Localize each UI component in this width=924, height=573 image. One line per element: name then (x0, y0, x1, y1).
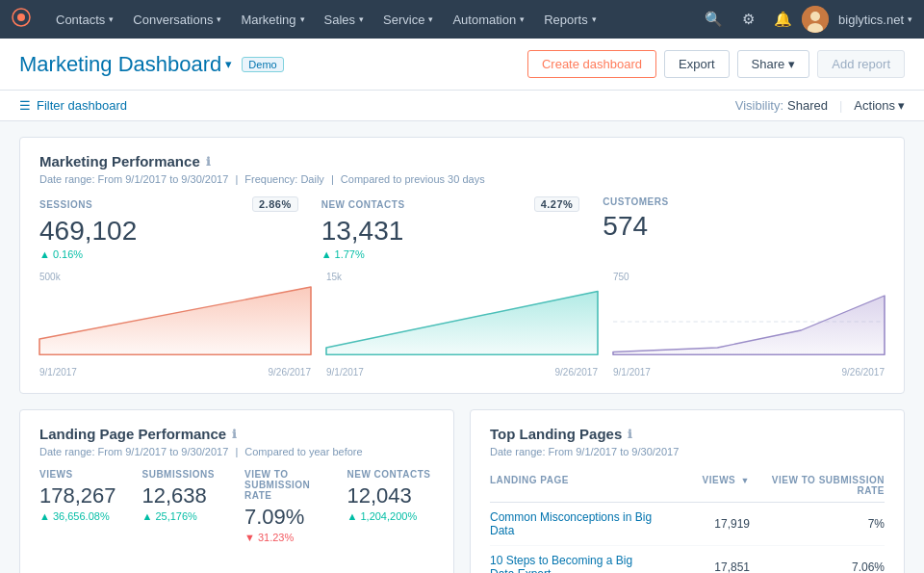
landing-page-card: Landing Page Performance ℹ Date range: F… (19, 409, 454, 573)
sort-icon: ▼ (741, 476, 750, 485)
customers-metric: CUSTOMERS 574 (603, 196, 885, 260)
info-icon-lp[interactable]: ℹ (232, 428, 237, 441)
svg-marker-2 (39, 287, 311, 354)
lp-new-contacts-change: ▲ 1,204,200% (347, 510, 435, 522)
lp-submissions-metric: SUBMISSIONS 12,638 ▲ 25,176% (142, 469, 230, 543)
sessions-metric: SESSIONS 2.86% 469,102 ▲ 0.16% (39, 196, 321, 260)
sessions-value: 469,102 (39, 216, 298, 247)
account-chevron-icon: ▾ (908, 14, 912, 24)
page-header: Marketing Dashboard ▾ Demo Create dashbo… (0, 39, 924, 91)
nav-contacts[interactable]: Contacts ▾ (46, 0, 123, 39)
create-dashboard-button[interactable]: Create dashboard (527, 50, 656, 78)
sessions-change: ▲ 0.16% (39, 248, 298, 260)
customers-value: 574 (603, 211, 861, 242)
lp-views-metric: VIEWS 178,267 ▲ 36,656.08% (39, 469, 127, 543)
visibility-value: Shared (787, 98, 828, 113)
chevron-down-icon: ▾ (898, 98, 905, 113)
contacts-badge: 4.27% (534, 196, 580, 212)
chart-end-sessions: 9/26/2017 (269, 367, 312, 378)
rate-1: 7% (750, 517, 885, 531)
title-dropdown-icon[interactable]: ▾ (225, 57, 232, 71)
charts-row: 500k 9/1/2017 9/26/2017 15k (39, 272, 885, 378)
chevron-down-icon: ▾ (788, 57, 795, 71)
sessions-y-label: 500k (39, 272, 61, 282)
filter-dashboard-link[interactable]: Filter dashboard (37, 98, 127, 113)
export-button[interactable]: Export (664, 50, 730, 78)
new-contacts-value: 13,431 (321, 216, 580, 247)
views-1: 17,919 (654, 517, 750, 531)
top-landing-pages-card: Top Landing Pages ℹ Date range: From 9/1… (470, 409, 905, 573)
date-range-tlp: Date range: From 9/1/2017 to 9/30/2017 (490, 446, 885, 457)
page-link-1[interactable]: Common Misconceptions in Big Data (490, 510, 654, 537)
table-row: Common Misconceptions in Big Data 17,919… (490, 503, 885, 546)
search-icon[interactable]: 🔍 (698, 4, 729, 35)
sessions-badge: 2.86% (252, 196, 298, 212)
lp-metrics: VIEWS 178,267 ▲ 36,656.08% SUBMISSIONS 1… (39, 469, 434, 543)
arrow-down-icon: ▼ (244, 532, 255, 543)
card-title-landing: Landing Page Performance ℹ (39, 426, 434, 442)
lp-rate-change: ▼ 31.23% (244, 532, 332, 543)
avatar[interactable] (802, 6, 829, 33)
main-content: Marketing Performance ℹ Date range: From… (0, 121, 924, 573)
filter-bar: ☰ Filter dashboard Visibility: Shared | … (0, 91, 924, 121)
nav-automation[interactable]: Automation ▾ (443, 0, 534, 39)
card-title-marketing: Marketing Performance ℹ (39, 153, 885, 169)
chevron-down-icon: ▾ (592, 14, 597, 24)
lp-submissions-change: ▲ 25,176% (142, 510, 230, 522)
card-title-top-pages: Top Landing Pages ℹ (490, 426, 885, 442)
table-header: LANDING PAGE VIEWS ▼ VIEW TO SUBMISSION … (490, 469, 885, 503)
views-col-header[interactable]: VIEWS ▼ (654, 475, 750, 496)
rate-col-header: VIEW TO SUBMISSION RATE (750, 475, 885, 496)
date-range-lp: Date range: From 9/1/2017 to 9/30/2017 |… (39, 446, 434, 457)
metrics-row: SESSIONS 2.86% 469,102 ▲ 0.16% NEW CONTA… (39, 196, 885, 260)
svg-marker-3 (326, 292, 598, 355)
chevron-down-icon: ▾ (359, 14, 364, 24)
actions-button[interactable]: Actions ▾ (854, 98, 905, 113)
account-name[interactable]: biglytics.net (838, 13, 904, 27)
chevron-down-icon: ▾ (428, 14, 433, 24)
arrow-up-icon: ▲ (39, 248, 50, 260)
nav-sales[interactable]: Sales ▾ (315, 0, 374, 39)
lp-rate-metric: VIEW TO SUBMISSION RATE 7.09% ▼ 31.23% (244, 469, 332, 543)
chevron-down-icon: ▾ (109, 14, 114, 24)
marketing-performance-card: Marketing Performance ℹ Date range: From… (19, 137, 905, 394)
visibility-section: Visibility: Shared | Actions ▾ (735, 98, 905, 113)
sessions-chart: 500k 9/1/2017 9/26/2017 (39, 272, 311, 378)
nav-marketing[interactable]: Marketing ▾ (231, 0, 314, 39)
svg-marker-5 (613, 296, 885, 354)
customers-chart: 750 9/1/2017 9/26/2017 (613, 272, 885, 378)
arrow-up-icon: ▲ (39, 510, 50, 522)
info-icon-tlp[interactable]: ℹ (628, 428, 632, 441)
gear-icon[interactable]: ⚙ (732, 4, 763, 35)
chart-end-customers: 9/26/2017 (842, 367, 886, 378)
bell-icon[interactable]: 🔔 (767, 4, 798, 35)
lp-new-contacts-metric: NEW CONTACTS 12,043 ▲ 1,204,200% (347, 469, 435, 543)
info-icon[interactable]: ℹ (206, 155, 211, 169)
share-button[interactable]: Share ▾ (737, 50, 810, 78)
chart-start-contacts: 9/1/2017 (326, 367, 364, 378)
nav-reports[interactable]: Reports ▾ (534, 0, 606, 39)
visibility-label: Visibility: (735, 98, 783, 113)
contacts-change: ▲ 1.77% (321, 248, 580, 260)
contacts-y-label: 15k (326, 272, 342, 282)
filter-icon: ☰ (19, 98, 31, 113)
rate-2: 7.06% (750, 560, 885, 573)
nav-conversations[interactable]: Conversations ▾ (123, 0, 231, 39)
date-range-marketing: Date range: From 9/1/2017 to 9/30/2017 |… (39, 173, 885, 185)
separator: | (839, 98, 842, 113)
svg-point-1 (17, 13, 25, 21)
add-report-button: Add report (817, 50, 905, 78)
bottom-row: Landing Page Performance ℹ Date range: F… (19, 409, 905, 573)
hubspot-logo (12, 8, 31, 32)
lp-views-change: ▲ 36,656.08% (39, 510, 127, 522)
arrow-up-icon: ▲ (142, 510, 153, 522)
chevron-down-icon: ▾ (217, 14, 221, 24)
views-2: 17,851 (654, 560, 750, 573)
page-link-2[interactable]: 10 Steps to Becoming a Big Data Expert (490, 554, 654, 573)
nav-service[interactable]: Service ▾ (373, 0, 443, 39)
demo-badge: Demo (242, 57, 283, 72)
customers-y-label: 750 (613, 272, 629, 282)
header-actions: Create dashboard Export Share ▾ Add repo… (527, 50, 905, 78)
chart-end-contacts: 9/26/2017 (555, 367, 599, 378)
chart-start-customers: 9/1/2017 (613, 367, 651, 378)
